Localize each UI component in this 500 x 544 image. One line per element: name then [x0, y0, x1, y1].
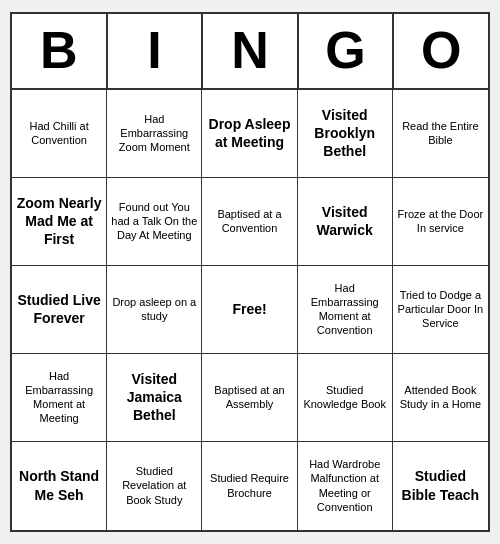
cell-24[interactable]: Studied Bible Teach	[393, 442, 488, 530]
cell-17[interactable]: Baptised at an Assembly	[202, 354, 297, 442]
cell-21[interactable]: Studied Revelation at Book Study	[107, 442, 202, 530]
cell-6[interactable]: Found out You had a Talk On the Day At M…	[107, 178, 202, 266]
bingo-letter-g: G	[299, 14, 395, 87]
bingo-header: BINGO	[12, 14, 488, 89]
cell-22[interactable]: Studied Require Brochure	[202, 442, 297, 530]
cell-3[interactable]: Visited Brooklyn Bethel	[298, 90, 393, 178]
bingo-card: BINGO Had Chilli at ConventionHad Embarr…	[10, 12, 490, 531]
free-space[interactable]: Free!	[202, 266, 297, 354]
cell-1[interactable]: Had Embarrassing Zoom Moment	[107, 90, 202, 178]
cell-19[interactable]: Attended Book Study in a Home	[393, 354, 488, 442]
cell-23[interactable]: Had Wardrobe Malfunction at Meeting or C…	[298, 442, 393, 530]
cell-15[interactable]: Had Embarrassing Moment at Meeting	[12, 354, 107, 442]
bingo-letter-b: B	[12, 14, 108, 87]
cell-0[interactable]: Had Chilli at Convention	[12, 90, 107, 178]
bingo-letter-i: I	[108, 14, 204, 87]
cell-20[interactable]: North Stand Me Seh	[12, 442, 107, 530]
cell-16[interactable]: Visited Jamaica Bethel	[107, 354, 202, 442]
bingo-letter-o: O	[394, 14, 488, 87]
cell-7[interactable]: Baptised at a Convention	[202, 178, 297, 266]
cell-5[interactable]: Zoom Nearly Mad Me at First	[12, 178, 107, 266]
cell-2[interactable]: Drop Asleep at Meeting	[202, 90, 297, 178]
cell-4[interactable]: Read the Entire Bible	[393, 90, 488, 178]
cell-18[interactable]: Studied Knowledge Book	[298, 354, 393, 442]
cell-14[interactable]: Tried to Dodge a Particular Door In Serv…	[393, 266, 488, 354]
cell-13[interactable]: Had Embarrassing Moment at Convention	[298, 266, 393, 354]
cell-8[interactable]: Visited Warwick	[298, 178, 393, 266]
cell-11[interactable]: Drop asleep on a study	[107, 266, 202, 354]
bingo-grid: Had Chilli at ConventionHad Embarrassing…	[12, 90, 488, 530]
bingo-letter-n: N	[203, 14, 299, 87]
cell-9[interactable]: Froze at the Door In service	[393, 178, 488, 266]
cell-10[interactable]: Studied Live Forever	[12, 266, 107, 354]
